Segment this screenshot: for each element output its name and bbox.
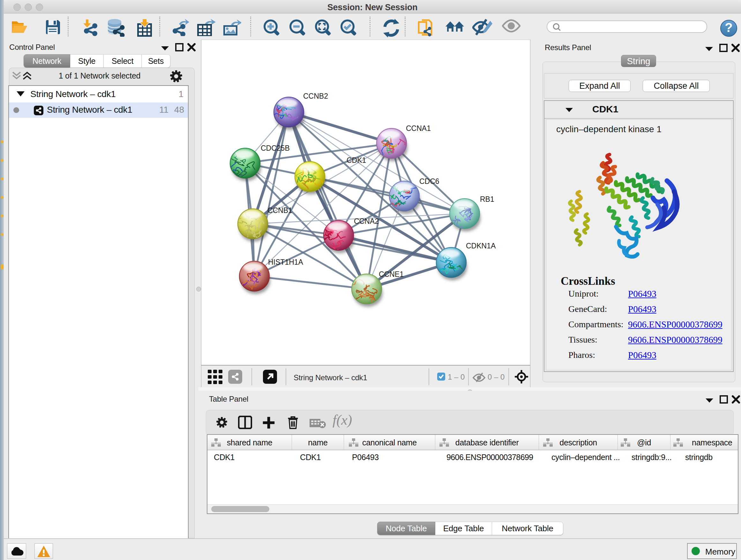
svg-text:CCNE1: CCNE1 xyxy=(379,270,404,278)
svg-text:RB1: RB1 xyxy=(480,195,494,203)
svg-text:CDC25B: CDC25B xyxy=(261,144,290,152)
svg-text:CCNA1: CCNA1 xyxy=(406,124,431,132)
svg-text:HIST1H1A: HIST1H1A xyxy=(268,258,304,266)
svg-text:CCNB2: CCNB2 xyxy=(303,92,328,100)
svg-text:CCNB1: CCNB1 xyxy=(267,206,292,214)
svg-text:CCNA2: CCNA2 xyxy=(354,217,379,226)
svg-text:CDKN1A: CDKN1A xyxy=(466,242,496,250)
svg-text:CDC6: CDC6 xyxy=(419,177,440,186)
svg-text:CDK1: CDK1 xyxy=(347,156,366,165)
